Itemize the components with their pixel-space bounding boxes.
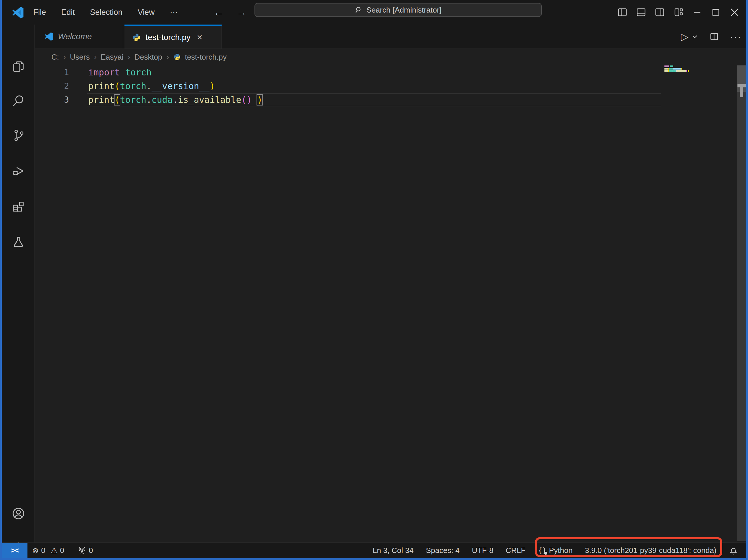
remote-indicator[interactable]: ><: [2, 543, 27, 558]
ports-count: 0: [89, 546, 93, 555]
forward-arrow-icon[interactable]: →: [236, 6, 247, 18]
breadcrumb-item-easyai[interactable]: Easyai: [101, 53, 123, 62]
code-token: (: [115, 95, 120, 105]
code-content[interactable]: import torchprint(torch.__version__)prin…: [88, 66, 262, 107]
mouse-cursor: [738, 84, 746, 97]
language-mode[interactable]: {} Python: [538, 546, 573, 555]
code-line[interactable]: print(torch.__version__): [88, 79, 262, 93]
status-right-group: Ln 3, Col 34 Spaces: 4 UTF-8 CRLF {} Pyt…: [373, 543, 738, 558]
source-control-icon[interactable]: [2, 124, 35, 147]
braces-icon: {}: [538, 546, 547, 555]
error-icon: ⊗: [32, 546, 39, 555]
code-token: [252, 95, 257, 105]
vscode-logo-icon: [44, 32, 53, 41]
chevron-down-icon: [691, 33, 698, 40]
minimap-line: [664, 68, 689, 70]
code-editor[interactable]: 123 import torchprint(torch.__version__)…: [35, 65, 746, 542]
code-token: print: [88, 81, 115, 91]
code-token: ): [257, 95, 262, 105]
customize-layout-icon[interactable]: [669, 0, 688, 25]
code-line[interactable]: import torch: [88, 66, 262, 79]
encoding-indicator[interactable]: UTF-8: [472, 546, 493, 555]
indentation-indicator[interactable]: Spaces: 4: [426, 546, 460, 555]
code-token: __version__: [151, 81, 210, 91]
window-controls: [613, 0, 744, 25]
error-count: 0: [41, 546, 45, 555]
tab-bar: Welcome test-torch.py × ▷ ···: [35, 25, 746, 49]
code-token: ): [210, 81, 215, 91]
line-number-gutter: 123: [37, 66, 69, 107]
run-icon: ▷: [681, 31, 688, 42]
radio-tower-icon: [78, 546, 87, 555]
vertical-scrollbar[interactable]: [737, 65, 746, 541]
menu-selection[interactable]: Selection: [90, 8, 122, 17]
python-icon: [132, 33, 141, 42]
breadcrumb-item-file[interactable]: test-torch.py: [185, 53, 227, 62]
warning-icon: ⚠: [50, 546, 57, 555]
close-button[interactable]: [725, 0, 744, 25]
code-token: cuda: [151, 95, 173, 105]
status-left-group: ⊗ 0 ⚠ 0 0: [32, 543, 93, 558]
maximize-button[interactable]: [706, 0, 725, 25]
testing-icon[interactable]: [2, 230, 35, 253]
more-actions-icon[interactable]: ···: [730, 31, 742, 42]
search-icon[interactable]: [2, 89, 35, 113]
breadcrumb: C: › Users › Easyai › Desktop › test-tor…: [35, 49, 746, 65]
problems-indicator[interactable]: ⊗ 0 ⚠ 0: [32, 546, 64, 555]
status-bar: >< ⊗ 0 ⚠ 0 0 Ln 3, Col 34 Spaces: 4: [2, 542, 746, 558]
code-token: [120, 67, 125, 77]
command-center-search[interactable]: Search [Administrator]: [255, 3, 542, 17]
files-icon[interactable]: [2, 55, 35, 78]
python-interpreter[interactable]: 3.9.0 ('torch201-py39-cuda118': conda): [585, 546, 717, 555]
code-line[interactable]: print(torch.cuda.is_available() ): [88, 93, 262, 107]
tab-welcome[interactable]: Welcome: [37, 25, 123, 48]
chevron-right-icon: ›: [128, 52, 130, 62]
activity-bar: ⚙: [2, 25, 35, 542]
code-token: torch: [120, 81, 146, 91]
notifications-bell-icon[interactable]: [729, 546, 738, 555]
line-number: 2: [37, 79, 69, 93]
tab-label: test-torch.py: [145, 33, 190, 42]
menu-view[interactable]: View: [138, 8, 155, 17]
breadcrumb-item-users[interactable]: Users: [70, 53, 90, 62]
code-token: ): [247, 95, 252, 105]
minimap[interactable]: [664, 66, 689, 72]
eol-indicator[interactable]: CRLF: [506, 546, 525, 555]
minimize-button[interactable]: [688, 0, 706, 25]
editor-actions: ▷ ···: [681, 25, 742, 48]
tab-test-torch[interactable]: test-torch.py ×: [124, 25, 222, 48]
cursor-position[interactable]: Ln 3, Col 34: [373, 546, 414, 555]
menu-more[interactable]: ⋯: [170, 7, 178, 17]
tab-label: Welcome: [58, 32, 92, 41]
extensions-icon[interactable]: [2, 195, 35, 218]
code-token: (: [241, 95, 247, 105]
chevron-right-icon: ›: [94, 52, 96, 62]
run-debug-icon[interactable]: [2, 159, 35, 183]
remote-icon: ><: [11, 546, 18, 555]
code-token: print: [88, 95, 115, 105]
toggle-secondary-sidebar-icon[interactable]: [650, 0, 669, 25]
code-token: import: [88, 67, 120, 77]
run-python-file-button[interactable]: ▷: [681, 31, 698, 42]
line-number: 3: [37, 93, 69, 107]
language-label: Python: [549, 546, 573, 555]
toggle-primary-sidebar-icon[interactable]: [613, 0, 632, 25]
close-tab-icon[interactable]: ×: [197, 32, 203, 43]
ports-indicator[interactable]: 0: [78, 546, 93, 555]
vscode-window: File Edit Selection View ⋯ ← → Search [A…: [0, 0, 748, 560]
code-token: torch: [120, 95, 146, 105]
breadcrumb-item-desktop[interactable]: Desktop: [134, 53, 162, 62]
code-token: .: [146, 95, 151, 105]
menu-file[interactable]: File: [33, 8, 46, 17]
toggle-panel-icon[interactable]: [632, 0, 650, 25]
title-bar: File Edit Selection View ⋯ ← → Search [A…: [2, 0, 746, 25]
account-icon[interactable]: [2, 502, 35, 525]
menu-edit[interactable]: Edit: [61, 8, 75, 17]
chevron-right-icon: ›: [63, 52, 66, 62]
code-token: (: [115, 81, 120, 91]
breadcrumb-item-drive[interactable]: C:: [51, 53, 59, 62]
split-editor-icon[interactable]: [709, 32, 719, 41]
python-icon: [173, 53, 181, 61]
chevron-right-icon: ›: [166, 52, 169, 62]
back-arrow-icon[interactable]: ←: [214, 6, 224, 18]
